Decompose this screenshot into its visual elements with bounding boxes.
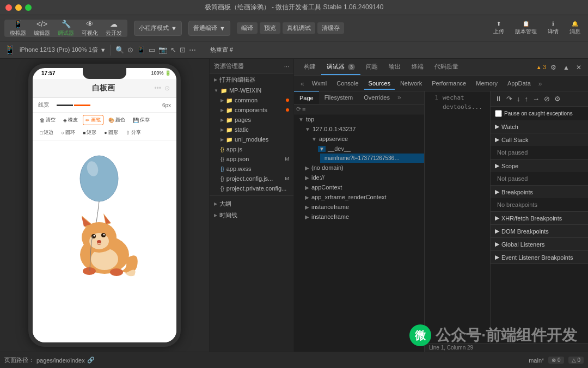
screenshot-icon[interactable]: 📷 xyxy=(158,46,167,54)
pause-resume-btn[interactable]: ⏸ xyxy=(494,94,503,104)
open-editor-item[interactable]: ▶ 打开的编辑器 xyxy=(210,74,293,85)
sources-tree-ide[interactable]: ▶ ide:// xyxy=(301,173,424,182)
tab-output[interactable]: 输出 xyxy=(383,59,406,75)
hot-refresh-btn[interactable]: 热重置 # xyxy=(207,45,236,55)
search-icon[interactable]: 🔍 xyxy=(115,46,124,54)
step-btn[interactable]: → xyxy=(531,94,541,104)
preview-btn[interactable]: 预览 xyxy=(260,22,280,34)
tool-pen[interactable]: ✏ 画笔 xyxy=(83,115,103,125)
tab-debugger[interactable]: 调试器 3 xyxy=(321,59,360,75)
editor-btn[interactable]: </> 编辑器 xyxy=(30,19,53,38)
pause-exceptions-input[interactable] xyxy=(495,110,502,117)
record-icon[interactable]: ⊙ xyxy=(127,46,133,54)
upload-btn[interactable]: ⬆ 上传 xyxy=(490,20,507,36)
sync-icon[interactable]: ⟳ xyxy=(296,106,301,113)
compile-btn[interactable]: 编译 xyxy=(237,22,258,34)
stroke-color-red[interactable] xyxy=(74,105,90,106)
sources-tree-host[interactable]: ▼ 127.0.0.1:43237 xyxy=(301,124,424,134)
git-branch[interactable]: main* xyxy=(529,357,544,364)
tool-clear[interactable]: 🗑 清空 xyxy=(37,115,58,125)
screen-icon[interactable]: ▭ xyxy=(149,46,155,54)
inspect-icon[interactable]: ⊡ xyxy=(180,46,186,54)
dom-breakpoints-header[interactable]: ▶ DOM Breakpoints xyxy=(491,225,588,237)
sources-tree-instanceframe1[interactable]: ▶ instanceframe xyxy=(301,202,424,212)
sources-tree-no-domain[interactable]: ▶ (no domain) xyxy=(301,163,424,173)
global-listeners-header[interactable]: ▶ Global Listeners xyxy=(491,238,588,250)
more-sources-icon[interactable]: » xyxy=(395,91,403,104)
compile-selector[interactable]: 普通编译 ▼ xyxy=(188,21,230,36)
details-btn[interactable]: ℹ 详情 xyxy=(544,20,562,36)
real-debug-btn[interactable]: 真机调试 xyxy=(283,22,315,34)
inner-tab-performance[interactable]: Performance xyxy=(427,78,470,90)
sources-tree-dev[interactable]: ▼ __dev__ xyxy=(314,144,424,154)
tool-circle-fill[interactable]: ● 圆形 xyxy=(101,127,120,138)
maximize-button[interactable] xyxy=(25,4,32,11)
event-listeners-header[interactable]: ▶ Event Listener Breakpoints xyxy=(491,251,588,263)
inner-tab-appdata[interactable]: AppData xyxy=(503,78,535,90)
version-btn[interactable]: 📋 版本管理 xyxy=(512,20,540,36)
tool-save[interactable]: 💾 保存 xyxy=(130,115,152,125)
video-btn[interactable]: ⊙ xyxy=(164,84,170,92)
more-btn[interactable]: ••• xyxy=(154,84,161,92)
tab-code-quality[interactable]: 代码质量 xyxy=(429,59,464,75)
collapse-icon[interactable]: « xyxy=(298,80,307,88)
step-out-btn[interactable]: ↑ xyxy=(524,94,530,104)
tool-rect-fill[interactable]: ■ 矩形 xyxy=(80,127,99,138)
folder-common[interactable]: ▶ 📁 common xyxy=(216,95,293,105)
xhr-breakpoints-header[interactable]: ▶ XHR/fetch Breakpoints xyxy=(491,212,588,224)
close-button[interactable] xyxy=(5,4,12,11)
file-app-json[interactable]: {} app.json M xyxy=(216,154,293,164)
inner-tab-console[interactable]: Console xyxy=(332,78,363,90)
more-debug-btn[interactable]: ⚙ xyxy=(553,94,562,104)
folder-static[interactable]: ▶ 📁 static xyxy=(216,125,293,134)
phone-icon[interactable]: 📱 xyxy=(137,46,145,54)
inner-tab-memory[interactable]: Memory xyxy=(471,78,502,90)
sources-tree-instanceframe2[interactable]: ▶ instanceframe xyxy=(301,212,424,222)
sources-tree-xrframe[interactable]: ▶ app_xrframe_renderContext xyxy=(301,192,424,202)
sources-tab-overrides[interactable]: Overrides xyxy=(358,91,395,104)
file-app-wxss[interactable]: {} app.wxss xyxy=(216,164,293,174)
external-link-icon[interactable]: 🔗 xyxy=(87,357,95,364)
tool-rect-border[interactable]: □ 矩边 xyxy=(37,127,56,138)
breakpoints-header[interactable]: ▶ Breakpoints xyxy=(491,186,588,198)
tab-build[interactable]: 构建 xyxy=(298,59,321,75)
sources-tree-top[interactable]: ▼ top xyxy=(294,114,424,124)
step-into-btn[interactable]: ↓ xyxy=(516,94,522,104)
simulator-btn[interactable]: 📱 模拟器 xyxy=(7,19,29,38)
filter-icon[interactable]: ≡ xyxy=(302,106,305,113)
device-selector[interactable]: iPhone 12/13 (Pro) 100% 1倍 ▼ xyxy=(20,46,106,54)
more-options-icon[interactable]: ··· xyxy=(284,63,289,70)
cache-clear-btn[interactable]: 清缓存 xyxy=(317,22,344,34)
visualize-btn[interactable]: 👁 可视化 xyxy=(78,19,101,38)
minimize-button[interactable] xyxy=(15,4,22,11)
sources-tab-filesystem[interactable]: Filesystem xyxy=(319,91,359,104)
stroke-color-dark[interactable] xyxy=(57,105,73,106)
tool-circle-border[interactable]: ○ 圆环 xyxy=(58,127,77,138)
debugger-btn[interactable]: 🔧 调试器 xyxy=(54,19,77,38)
code-view[interactable]: 1 wechat devtools... xyxy=(425,91,490,343)
sources-tree-appcontext[interactable]: ▶ appContext xyxy=(301,182,424,192)
more-icon[interactable]: ⋯ xyxy=(189,46,196,54)
more-tabs-icon[interactable]: » xyxy=(536,80,544,88)
close-icon[interactable]: ✕ xyxy=(574,62,584,73)
chevron-up-icon[interactable]: ▲ xyxy=(561,62,572,73)
outline-section[interactable]: ▶ 大纲 xyxy=(210,198,293,210)
step-over-btn[interactable]: ↷ xyxy=(505,94,513,104)
inner-tab-wxml[interactable]: Wxml xyxy=(308,78,332,90)
deactivate-breakpoints-btn[interactable]: ⊘ xyxy=(543,94,551,104)
sources-tree-mainframe[interactable]: mainframe?t=1737712675365&cts=173... xyxy=(320,154,424,163)
file-app-js[interactable]: {} app.js xyxy=(216,144,293,154)
tool-color[interactable]: 🎨 颜色 xyxy=(106,115,128,125)
scope-header[interactable]: ▶ Scope xyxy=(491,160,588,172)
sources-tab-page[interactable]: Page xyxy=(294,91,319,104)
folder-components[interactable]: ▶ 📁 components xyxy=(216,105,293,115)
pause-exceptions-checkbox[interactable]: Pause on caught exceptions xyxy=(491,107,588,120)
messages-btn[interactable]: 🔔 消息 xyxy=(566,20,584,36)
cursor-icon[interactable]: ↖ xyxy=(170,46,176,54)
tab-terminal[interactable]: 终端 xyxy=(406,59,429,75)
file-project-private[interactable]: {} project.private.config... xyxy=(216,183,293,193)
file-project-config[interactable]: {} project.config.js... M xyxy=(216,174,293,183)
call-stack-header[interactable]: ▶ Call Stack xyxy=(491,133,588,146)
sources-tree-appservice[interactable]: ▼ appservice xyxy=(307,134,424,144)
mode-selector[interactable]: 小程序模式 ▼ xyxy=(134,21,182,36)
